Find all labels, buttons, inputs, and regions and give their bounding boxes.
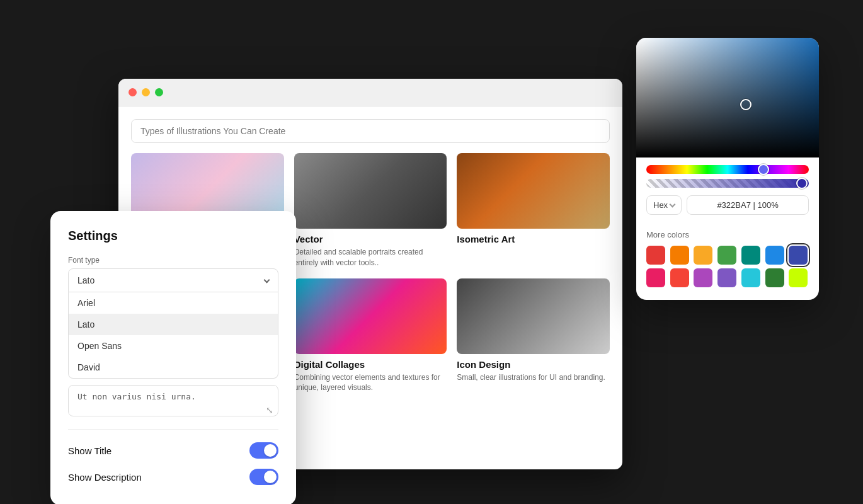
color-swatch[interactable] — [765, 268, 784, 287]
font-select-button[interactable]: Lato — [68, 268, 278, 292]
gallery-title-collages: Digital Collages — [294, 359, 447, 370]
divider-1 — [68, 429, 278, 430]
font-type-label: Font type — [68, 256, 278, 265]
color-gradient-canvas[interactable] — [636, 38, 819, 158]
resize-icon: ⤡ — [266, 405, 273, 415]
gallery-title-isometric: Isometric Art — [457, 234, 610, 244]
gallery-image-vector — [294, 153, 447, 229]
color-swatches-row2 — [636, 268, 819, 287]
hue-slider[interactable] — [646, 165, 809, 174]
gallery-item-collages[interactable]: Digital Collages Combining vector elemen… — [294, 278, 447, 394]
chevron-down-icon — [264, 277, 270, 283]
gallery-item-icon[interactable]: Icon Design Small, clear illustrations f… — [457, 278, 610, 394]
font-option-ariel[interactable]: Ariel — [69, 292, 278, 314]
gallery-item-vector[interactable]: Vector Detailed and scalable portraits c… — [294, 153, 447, 268]
hue-slider-handle[interactable] — [758, 164, 769, 175]
browser-titlebar — [118, 79, 622, 106]
color-swatch[interactable] — [646, 268, 665, 287]
show-title-toggle[interactable] — [249, 442, 278, 459]
color-picker-panel: Hex More colors — [636, 38, 819, 300]
hex-value-input[interactable] — [687, 195, 809, 215]
gallery-image-isometric — [457, 153, 610, 229]
color-swatch[interactable] — [670, 268, 689, 287]
color-swatches-row1 — [636, 246, 819, 265]
color-swatch[interactable] — [789, 268, 808, 287]
gallery-title-icon: Icon Design — [457, 359, 610, 370]
color-swatch[interactable] — [789, 246, 808, 265]
maximize-button[interactable] — [155, 88, 163, 96]
settings-title: Settings — [68, 229, 278, 243]
show-description-label: Show Description — [68, 472, 142, 483]
color-swatch[interactable] — [741, 246, 760, 265]
show-description-toggle[interactable] — [249, 469, 278, 485]
gallery-image-icon — [457, 278, 610, 354]
color-inputs: Hex — [646, 195, 809, 215]
search-input[interactable] — [131, 119, 610, 143]
more-colors-label: More colors — [636, 230, 819, 239]
close-button[interactable] — [129, 88, 137, 96]
color-format-label: Hex — [653, 200, 668, 210]
show-title-label: Show Title — [68, 445, 111, 456]
gallery-desc-vector: Detailed and scalable portraits created … — [294, 247, 447, 268]
opacity-slider[interactable] — [646, 179, 809, 188]
color-picker-controls: Hex — [636, 158, 819, 230]
font-option-lato[interactable]: Lato — [69, 314, 278, 335]
color-swatch[interactable] — [741, 268, 760, 287]
font-type-selector[interactable]: Lato Ariel Lato Open Sans David — [68, 268, 278, 379]
opacity-slider-fill — [646, 179, 809, 188]
format-chevron-icon — [670, 202, 676, 208]
font-preview-textarea[interactable]: Ut non varius nisi urna. — [68, 385, 278, 416]
opacity-slider-handle[interactable] — [796, 178, 808, 189]
gallery-image-collages — [294, 278, 447, 354]
color-swatch[interactable] — [670, 246, 689, 265]
color-swatch[interactable] — [694, 246, 712, 265]
color-picker-handle[interactable] — [740, 99, 752, 110]
show-title-row: Show Title — [68, 437, 278, 464]
font-option-david[interactable]: David — [69, 357, 278, 378]
color-swatch[interactable] — [765, 246, 784, 265]
gallery-item-isometric[interactable]: Isometric Art — [457, 153, 610, 268]
color-swatch[interactable] — [694, 268, 712, 287]
color-swatch[interactable] — [717, 246, 736, 265]
color-format-select[interactable]: Hex — [646, 195, 682, 215]
settings-panel: Settings Font type Lato Ariel Lato Open … — [50, 211, 296, 504]
font-selected-value: Lato — [77, 275, 94, 285]
color-swatch[interactable] — [646, 246, 665, 265]
font-dropdown: Ariel Lato Open Sans David — [68, 292, 278, 379]
gallery-desc-icon: Small, clear illustrations for UI and br… — [457, 372, 610, 383]
show-description-row: Show Description — [68, 464, 278, 490]
color-swatch[interactable] — [717, 268, 736, 287]
minimize-button[interactable] — [142, 88, 150, 96]
gallery-desc-collages: Combining vector elements and textures f… — [294, 372, 447, 394]
gallery-title-vector: Vector — [294, 234, 447, 244]
font-preview-wrapper: Ut non varius nisi urna. ⤡ — [68, 385, 278, 419]
font-option-opensans[interactable]: Open Sans — [69, 335, 278, 357]
